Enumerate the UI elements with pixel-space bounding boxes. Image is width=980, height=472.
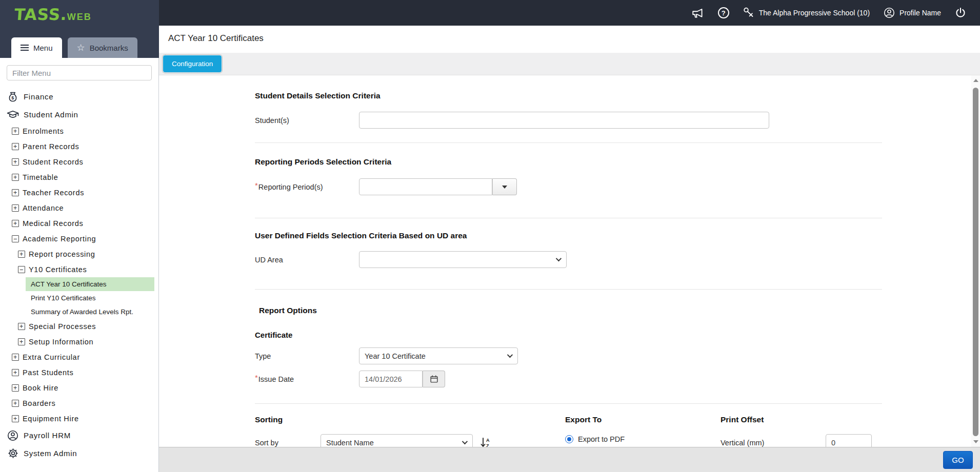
sidebar-item-boarders[interactable]: +Boarders bbox=[0, 396, 158, 411]
expand-plus-icon[interactable]: + bbox=[12, 174, 19, 181]
expand-plus-icon[interactable]: + bbox=[12, 189, 19, 196]
sidebar-item-label: Extra Curricular bbox=[23, 353, 80, 361]
sidebar-item-setup-information[interactable]: +Setup Information bbox=[0, 334, 158, 350]
dropdown-arrow-icon bbox=[502, 186, 507, 189]
vertical-scrollbar[interactable] bbox=[971, 75, 980, 447]
subheading-certificate: Certificate bbox=[255, 331, 882, 339]
sidebar-item-academic-reporting[interactable]: −Academic Reporting bbox=[0, 231, 158, 247]
expand-plus-icon[interactable]: + bbox=[12, 220, 19, 227]
tab-configuration[interactable]: Configuration bbox=[163, 55, 222, 72]
type-label: Type bbox=[255, 352, 359, 360]
sidebar-item-summary-of-awarded-levels-rpt[interactable]: Summary of Awarded Levels Rpt. bbox=[26, 305, 154, 319]
tab-menu[interactable]: Menu bbox=[11, 37, 62, 58]
expand-plus-icon[interactable]: + bbox=[12, 128, 19, 135]
scroll-down-icon[interactable] bbox=[971, 438, 980, 446]
expand-plus-icon[interactable]: + bbox=[12, 369, 19, 376]
sidebar-item-enrolments[interactable]: +Enrolments bbox=[0, 124, 158, 139]
ud-area-select[interactable] bbox=[359, 251, 567, 268]
certificate-type-select[interactable]: Year 10 Certificate bbox=[359, 347, 518, 364]
sidebar-item-finance[interactable]: $Finance bbox=[0, 88, 158, 106]
sidebar-item-label: Timetable bbox=[23, 173, 58, 181]
megaphone-icon[interactable] bbox=[691, 6, 705, 19]
expand-plus-icon[interactable]: + bbox=[12, 354, 19, 361]
export-pdf-label: Export to PDF bbox=[578, 435, 625, 443]
sort-az-icon[interactable]: A Z bbox=[479, 437, 491, 447]
profile-icon bbox=[883, 7, 895, 19]
svg-text:Z: Z bbox=[486, 443, 489, 447]
sidebar-item-attendance[interactable]: +Attendance bbox=[0, 200, 158, 216]
tass-logo[interactable]: TASS.WEB bbox=[14, 5, 92, 24]
expand-plus-icon[interactable]: + bbox=[12, 384, 19, 392]
title-bar: ACT Year 10 Certificates bbox=[159, 26, 980, 53]
expand-plus-icon[interactable]: + bbox=[12, 143, 19, 150]
sidebar-item-label: Student Records bbox=[23, 158, 84, 166]
ud-area-label: UD Area bbox=[255, 256, 359, 264]
sidebar-item-label: Teacher Records bbox=[23, 189, 84, 197]
chevron-down-icon bbox=[507, 352, 513, 358]
profile-menu[interactable]: Profile Name bbox=[883, 7, 941, 19]
svg-text:$: $ bbox=[11, 95, 14, 100]
sidebar-item-label: Special Processes bbox=[29, 322, 96, 331]
sidebar-item-label: Setup Information bbox=[29, 338, 93, 346]
reporting-period-label: *Reporting Period(s) bbox=[255, 182, 359, 191]
go-button[interactable]: GO bbox=[943, 451, 973, 469]
sidebar-item-extra-curricular[interactable]: +Extra Curricular bbox=[0, 350, 158, 365]
sidebar-item-timetable[interactable]: +Timetable bbox=[0, 170, 158, 185]
calendar-button[interactable] bbox=[423, 371, 445, 387]
school-selector[interactable]: The Alpha Progressive School (10) bbox=[743, 7, 870, 19]
expand-plus-icon[interactable]: + bbox=[18, 338, 25, 345]
help-icon[interactable]: ? bbox=[718, 7, 729, 18]
sidebar-item-equipment-hire[interactable]: +Equipment Hire bbox=[0, 411, 158, 426]
expand-plus-icon[interactable]: + bbox=[12, 415, 19, 422]
sidebar-item-label: Past Students bbox=[23, 368, 73, 377]
svg-text:A: A bbox=[486, 438, 490, 443]
sidebar-item-student-admin[interactable]: Student Admin bbox=[0, 106, 158, 124]
sidebar-item-label: Parent Records bbox=[23, 142, 79, 151]
expand-plus-icon[interactable]: + bbox=[12, 158, 19, 166]
sidebar-item-label: Medical Records bbox=[23, 219, 84, 228]
sidebar-item-special-processes[interactable]: +Special Processes bbox=[0, 319, 158, 334]
sidebar-item-print-y10-certificates[interactable]: Print Y10 Certificates bbox=[26, 291, 154, 305]
reporting-period-input[interactable] bbox=[359, 178, 492, 195]
logo-text-sub: WEB bbox=[67, 12, 92, 23]
sidebar-item-past-students[interactable]: +Past Students bbox=[0, 365, 158, 380]
sidebar-item-act-year-10-certificates[interactable]: ACT Year 10 Certificates bbox=[26, 277, 154, 291]
sidebar-item-book-hire[interactable]: +Book Hire bbox=[0, 380, 158, 396]
grad-cap-icon bbox=[7, 109, 19, 121]
logo-text-main: TASS. bbox=[14, 5, 68, 24]
reporting-period-dropdown-button[interactable] bbox=[492, 178, 517, 195]
collapse-minus-icon[interactable]: − bbox=[18, 266, 25, 273]
sidebar-item-label: Boarders bbox=[23, 399, 55, 407]
tab-menu-label: Menu bbox=[33, 44, 53, 52]
issue-date-input[interactable] bbox=[359, 371, 423, 387]
sidebar-item-medical-records[interactable]: +Medical Records bbox=[0, 216, 158, 231]
page-title: ACT Year 10 Certificates bbox=[168, 33, 264, 43]
sidebar-item-student-records[interactable]: +Student Records bbox=[0, 154, 158, 170]
sort-by-select[interactable]: Student Name bbox=[321, 434, 473, 447]
expand-plus-icon[interactable]: + bbox=[18, 251, 25, 258]
filter-menu-input[interactable] bbox=[7, 65, 152, 80]
tab-bookmarks[interactable]: ☆ Bookmarks bbox=[68, 37, 137, 58]
sidebar-item-report-processing[interactable]: +Report processing bbox=[0, 247, 158, 262]
vertical-offset-input[interactable] bbox=[826, 434, 872, 447]
sidebar-item-teacher-records[interactable]: +Teacher Records bbox=[0, 185, 158, 200]
sidebar: $FinanceStudent Admin+Enrolments+Parent … bbox=[0, 58, 159, 472]
expand-plus-icon[interactable]: + bbox=[12, 204, 19, 212]
configuration-form: Student Details Selection Criteria Stude… bbox=[159, 75, 980, 447]
sidebar-item-payroll-hrm[interactable]: Payroll HRM bbox=[0, 426, 158, 444]
expand-plus-icon[interactable]: + bbox=[18, 323, 25, 330]
expand-plus-icon[interactable]: + bbox=[12, 400, 19, 407]
section-heading-student-details: Student Details Selection Criteria bbox=[255, 91, 882, 100]
sidebar-item-y10-certificates[interactable]: −Y10 Certificates bbox=[0, 262, 158, 277]
power-icon[interactable] bbox=[954, 7, 967, 19]
students-input[interactable] bbox=[359, 112, 769, 129]
tab-strip: Configuration bbox=[159, 53, 980, 75]
required-asterisk: * bbox=[255, 373, 258, 382]
collapse-minus-icon[interactable]: − bbox=[12, 235, 19, 242]
scroll-up-icon[interactable] bbox=[971, 76, 980, 85]
school-name: The Alpha Progressive School (10) bbox=[759, 9, 870, 17]
sidebar-item-parent-records[interactable]: +Parent Records bbox=[0, 139, 158, 154]
sidebar-item-system-admin[interactable]: System Admin bbox=[0, 444, 158, 462]
export-pdf-radio[interactable] bbox=[565, 435, 573, 443]
scrollbar-thumb[interactable] bbox=[973, 88, 978, 436]
